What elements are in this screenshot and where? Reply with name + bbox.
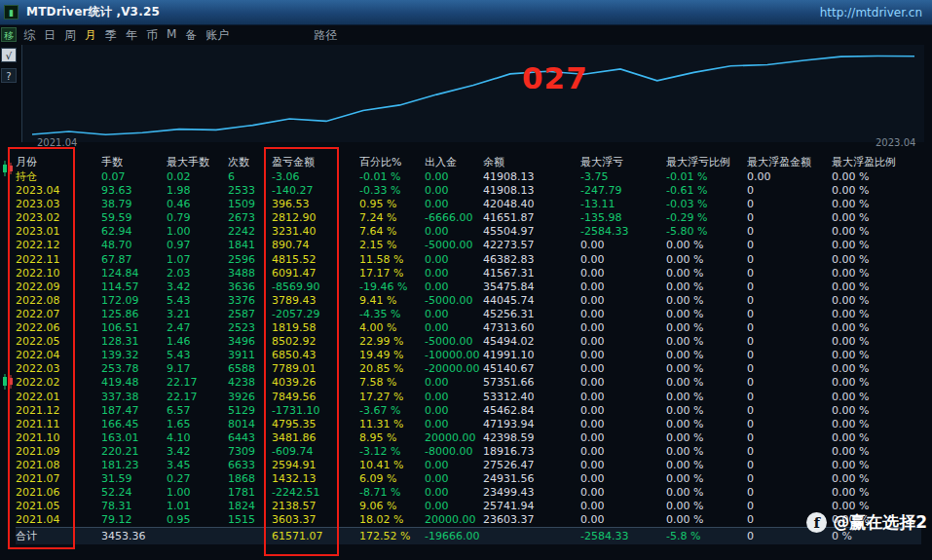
table-cell: 1841 (228, 239, 272, 252)
column-header[interactable]: 最大浮亏比例 (666, 154, 747, 170)
table-cell: 1.65 (167, 418, 228, 431)
table-cell: 42398.59 (483, 431, 580, 445)
menu-item-M[interactable]: M (167, 27, 176, 44)
table-row[interactable]: 2021.0578.311.0118242138.579.06 %0.00257… (16, 500, 921, 513)
table-row[interactable]: 2021.0731.590.2718681432.136.09 %0.00249… (16, 472, 921, 486)
table-row[interactable]: 2023.0338.790.461509396.530.95 %0.004204… (16, 198, 921, 211)
table-cell: 0.00 % (666, 267, 747, 280)
table-cell: 3376 (228, 294, 272, 308)
column-header[interactable]: 月份 (16, 154, 101, 170)
table-cell: 5.43 (167, 349, 228, 362)
table-row[interactable]: 2023.0259.590.7926732812.907.24 %-6666.0… (16, 211, 921, 225)
table-row[interactable]: 2023.0162.941.0022423231.407.64 %0.00455… (16, 225, 921, 239)
table-cell: 67.87 (101, 253, 167, 267)
table-cell: 181.23 (101, 459, 167, 472)
table-cell: -609.74 (272, 445, 359, 459)
table-cell: 6 (228, 170, 272, 184)
table-cell: 4238 (228, 376, 272, 390)
table-row[interactable]: 2021.10163.014.1064433481.868.95 %20000.… (16, 431, 921, 445)
table-row[interactable]: 2021.12187.476.575129-1731.10-3.67 %0.00… (16, 404, 921, 418)
x-axis-start-label: 2021.04 (37, 137, 77, 148)
table-cell: 0.00 (580, 500, 666, 513)
column-header[interactable]: 最大手数 (167, 154, 228, 170)
menu-item-综[interactable]: 综 (23, 27, 35, 44)
table-cell: 2022.01 (16, 391, 101, 404)
table-cell: 6633 (228, 459, 272, 472)
table-cell: 0.00 (425, 308, 483, 321)
table-row[interactable]: 2022.04139.325.4339116850.4319.49 %-1000… (16, 349, 921, 362)
table-cell: 0.00 (425, 486, 483, 500)
column-header[interactable]: 最大浮盈金额 (747, 154, 832, 170)
path-label[interactable]: 路径 (314, 27, 337, 44)
menu-item-日[interactable]: 日 (44, 27, 56, 44)
table-cell: 0.00 (580, 418, 666, 431)
table-cell: -5000.00 (425, 335, 483, 349)
table-row[interactable]: 2022.01337.3822.1739267849.5617.27 %0.00… (16, 391, 921, 404)
table-cell: 0 (747, 335, 832, 349)
table-cell: 2021.11 (16, 418, 101, 431)
table-cell: 0 (747, 418, 832, 431)
table-row[interactable]: 2022.09114.573.423636-8569.90-19.46 %0.0… (16, 280, 921, 294)
table-cell: 1824 (228, 500, 272, 513)
table-row[interactable]: 2021.09220.213.427309-609.74-3.12 %-8000… (16, 445, 921, 459)
menu-item-备[interactable]: 备 (185, 27, 197, 44)
column-header[interactable]: 次数 (228, 154, 272, 170)
table-cell: 0.97 (167, 239, 228, 252)
table-cell: -8000.00 (425, 445, 483, 459)
table-row[interactable]: 2022.07125.863.212587-2057.29-4.35 %0.00… (16, 308, 921, 321)
table-cell: 0.00 % (832, 404, 921, 418)
table-row[interactable]: 2023.0493.631.982533-140.27-0.33 %0.0041… (16, 184, 921, 198)
table-cell: 0.00 (580, 391, 666, 404)
column-header[interactable]: 百分比% (359, 154, 425, 170)
table-row[interactable]: 2022.08172.095.4333763789.439.41 %-5000.… (16, 294, 921, 308)
table-row[interactable]: 2022.02419.4822.1742384039.267.58 %0.005… (16, 376, 921, 390)
table-cell: 59.59 (101, 211, 167, 225)
table-cell: 61571.07 (272, 528, 359, 545)
column-header[interactable]: 盈亏金额 (272, 154, 359, 170)
table-cell: 4039.26 (272, 376, 359, 390)
table-row[interactable]: 2022.10124.842.0334886091.4717.17 %0.004… (16, 267, 921, 280)
website-link[interactable]: http://mtdriver.cn (820, 6, 922, 19)
table-cell: 62.94 (101, 225, 167, 239)
table-row[interactable]: 2021.0479.120.9515153603.3718.02 %20000.… (16, 513, 921, 528)
table-cell: -140.27 (272, 184, 359, 198)
table-cell: 0 (747, 362, 832, 376)
table-row[interactable]: 2022.06106.512.4725231819.584.00 %0.0047… (16, 321, 921, 335)
menu-item-账户[interactable]: 账户 (205, 27, 229, 44)
column-header[interactable]: 最大浮盈比例 (832, 154, 921, 170)
help-button[interactable]: ? (1, 68, 17, 83)
table-row[interactable]: 2021.0652.241.001781-2242.51-8.71 %0.002… (16, 486, 921, 500)
move-tool-button[interactable]: 移 (1, 27, 17, 42)
table-cell: 0.02 (167, 170, 228, 184)
menu-item-月[interactable]: 月 (85, 27, 96, 44)
table-row[interactable]: 2021.08181.233.4566332594.9110.41 %0.002… (16, 459, 921, 472)
table-row[interactable]: 2022.1248.700.971841890.742.15 %-5000.00… (16, 239, 921, 252)
table-row[interactable]: 持仓0.070.026-3.06-0.01 %0.0041908.13-3.75… (16, 170, 921, 184)
select-tool-button[interactable]: √ (1, 48, 17, 62)
column-header[interactable]: 手数 (101, 154, 167, 170)
table-cell: 0.00 (580, 349, 666, 362)
table-cell: 0.00 (580, 459, 666, 472)
menu-item-年[interactable]: 年 (126, 27, 137, 44)
table-cell: 0.00 % (666, 486, 747, 500)
table-cell: 0.00 % (666, 404, 747, 418)
table-cell: 46382.83 (483, 253, 580, 267)
table-cell: 0.00 % (832, 376, 921, 390)
table-row[interactable]: 2022.1167.871.0725964815.5211.58 %0.0046… (16, 253, 921, 267)
table-cell: 0.00 % (832, 198, 921, 211)
menu-item-币[interactable]: 币 (146, 27, 158, 44)
table-row[interactable]: 2022.05128.311.4634968502.9222.99 %-5000… (16, 335, 921, 349)
table-cell: 45140.67 (483, 362, 580, 376)
table-cell: 1.07 (167, 253, 228, 267)
menu-item-季[interactable]: 季 (105, 27, 117, 44)
table-row[interactable]: 2021.11166.451.6580144795.3511.31 %0.004… (16, 418, 921, 431)
table-cell: 3.42 (167, 280, 228, 294)
table-cell: 合计 (16, 528, 101, 545)
menu-item-周[interactable]: 周 (64, 27, 76, 44)
table-cell: 0.00 (580, 472, 666, 486)
table-row[interactable]: 2022.03253.789.1765887789.0120.85 %-2000… (16, 362, 921, 376)
total-row[interactable]: 合计3453.3661571.07172.52 %-19666.00-2584.… (16, 528, 921, 545)
column-header[interactable]: 出入金 (425, 154, 483, 170)
column-header[interactable]: 最大浮亏 (580, 154, 666, 170)
column-header[interactable]: 余额 (483, 154, 580, 170)
